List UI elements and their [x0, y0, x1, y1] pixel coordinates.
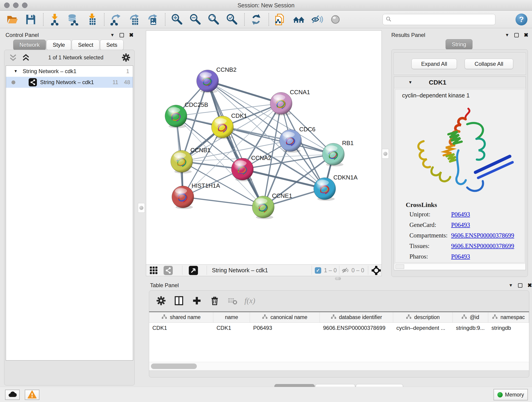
node-RB1[interactable] — [322, 143, 344, 166]
crosslink-link[interactable]: P06493 — [451, 221, 470, 229]
node-CCNA1[interactable] — [270, 92, 292, 115]
node-CDC6[interactable] — [279, 129, 302, 153]
node-label-RB1: RB1 — [342, 140, 354, 147]
table-panel-collapse-icon[interactable]: ▼ — [509, 283, 513, 288]
table-cell[interactable]: stringdb:9... — [453, 323, 488, 333]
control-panel-close-icon[interactable]: ✖ — [129, 32, 133, 38]
expand-all-button[interactable]: Expand All — [412, 59, 457, 69]
share-document-icon[interactable] — [274, 13, 287, 26]
sphere-icon[interactable] — [329, 13, 342, 26]
tree-expand-icon[interactable]: ▼ — [14, 69, 18, 74]
results-panel-collapse-icon[interactable]: ▼ — [505, 32, 509, 38]
collapse-all-button[interactable]: Collapse All — [465, 59, 513, 69]
zoom-selected-icon[interactable] — [225, 13, 238, 26]
node-CCNB1[interactable] — [171, 150, 193, 173]
warnings-button[interactable] — [25, 390, 39, 400]
selected-checkbox[interactable]: ✓ — [315, 267, 321, 274]
node-CDK1[interactable] — [211, 116, 234, 139]
control-panel-float-icon[interactable] — [120, 33, 124, 37]
table-cell[interactable]: cyclin–dependent ... — [393, 323, 453, 333]
export-image-icon[interactable] — [146, 13, 159, 26]
right-splitter-handle[interactable] — [382, 149, 389, 159]
column-header-name[interactable]: name — [213, 312, 250, 322]
results-scrollbar-thumb[interactable] — [395, 264, 404, 269]
column-tree-icon — [462, 314, 467, 321]
import-network-database-icon[interactable] — [67, 13, 80, 26]
string-homes-icon[interactable] — [292, 13, 305, 26]
column-header-canonical-name[interactable]: canonical name — [250, 312, 320, 322]
edge-CCNB2-CCNA1[interactable] — [208, 81, 281, 103]
table-panel-close-icon[interactable]: ✖ — [527, 282, 532, 288]
table-cell[interactable]: CDK1 — [149, 323, 213, 333]
footer-share-icon[interactable] — [164, 266, 173, 276]
zoom-fit-icon[interactable] — [207, 13, 220, 26]
gene-entry-header[interactable]: ▼ CDK1 — [394, 77, 526, 88]
table-cell[interactable]: P06493 — [250, 323, 320, 333]
column-header-database-identifier[interactable]: database identifier — [320, 312, 393, 322]
tab-network[interactable]: Network — [13, 40, 46, 50]
birdseye-view-icon[interactable] — [189, 266, 198, 276]
grid-view-icon[interactable] — [149, 266, 158, 276]
network-row-selected[interactable]: String Network – cdk1 11 48 — [6, 77, 133, 88]
hide-annotations-icon[interactable] — [311, 13, 323, 26]
table-hscrollbar-thumb[interactable] — [151, 364, 197, 369]
crosslink-link[interactable]: P06493 — [451, 253, 470, 260]
add-column-icon[interactable] — [191, 295, 203, 307]
node-CCNE1[interactable] — [252, 196, 274, 219]
network-label: String Network – cdk1 — [40, 79, 94, 85]
results-panel-close-icon[interactable]: ✖ — [524, 32, 528, 38]
table-settings-gear-icon[interactable] — [155, 295, 167, 307]
column-header-@id[interactable]: @id — [453, 312, 488, 322]
left-splitter-handle[interactable] — [138, 203, 145, 213]
tab-style[interactable]: Style — [46, 40, 71, 50]
network-options-gear-icon[interactable] — [122, 53, 130, 62]
node-CDKN1A[interactable] — [314, 178, 336, 201]
tab-string[interactable]: String — [446, 39, 472, 50]
import-table-icon[interactable] — [85, 13, 98, 26]
table-hscrollbar[interactable] — [149, 362, 529, 370]
entry-collapse-icon[interactable]: ▼ — [408, 80, 412, 85]
results-scrollbar[interactable] — [394, 264, 525, 269]
zoom-in-icon[interactable] — [171, 13, 183, 26]
network-view[interactable]: CCNB2CCNA1CDC25BCDK1CDC6RB1CCNB1CCNA2CDK… — [146, 31, 382, 265]
zoom-out-icon[interactable] — [189, 13, 202, 26]
node-HIST1H1A[interactable] — [172, 186, 194, 209]
refresh-icon[interactable] — [250, 13, 263, 26]
column-header-shared-name[interactable]: shared name — [149, 312, 213, 322]
cloud-button[interactable] — [5, 390, 20, 400]
network-collection-row[interactable]: ▼ String Network – cdk1 1 — [6, 66, 133, 77]
edge-HIST1H1A-CCNE1[interactable] — [183, 197, 263, 207]
results-panel-float-icon[interactable] — [514, 33, 519, 37]
network-canvas[interactable]: CCNB2CCNA1CDC25BCDK1CDC6RB1CCNB1CCNA2CDK… — [146, 31, 381, 264]
node-CDC25B[interactable] — [165, 105, 187, 128]
table-row[interactable]: CDK1CDK1P064939606.ENSP00000378699cyclin… — [149, 323, 529, 333]
node-label-CDKN1A: CDKN1A — [333, 174, 358, 181]
delete-column-icon[interactable] — [209, 295, 221, 307]
control-panel-collapse-icon[interactable]: ▼ — [110, 32, 114, 38]
memory-button[interactable]: Memory — [494, 389, 528, 400]
help-button[interactable]: ? — [515, 13, 527, 26]
import-network-icon[interactable] — [49, 13, 61, 26]
crosslink-link[interactable]: P06493 — [451, 211, 470, 218]
search-input[interactable] — [393, 15, 495, 24]
save-session-icon[interactable] — [24, 13, 37, 26]
collapse-all-chevron-icon[interactable] — [9, 54, 17, 61]
table-cell[interactable]: stringdb — [488, 323, 529, 333]
column-header-namespac[interactable]: namespac — [488, 312, 529, 322]
table-panel-float-icon[interactable] — [518, 283, 522, 288]
crosslink-link[interactable]: 9606.ENSP00000378699 — [451, 242, 514, 249]
hidden-eye-icon[interactable] — [341, 267, 351, 275]
table-cell[interactable]: 9606.ENSP00000378699 — [320, 323, 393, 333]
export-table-icon[interactable] — [128, 13, 141, 26]
horizontal-splitter-handle[interactable] — [335, 277, 341, 280]
crosshair-icon[interactable] — [371, 265, 381, 276]
column-header-description[interactable]: description — [393, 312, 453, 322]
export-network-icon[interactable] — [109, 13, 122, 26]
table-cell[interactable]: CDK1 — [213, 323, 250, 333]
show-columns-icon[interactable] — [173, 295, 185, 307]
open-session-icon[interactable] — [6, 13, 19, 26]
tab-sets[interactable]: Sets — [100, 40, 123, 50]
expand-all-chevron-icon[interactable] — [22, 54, 30, 61]
tab-select[interactable]: Select — [72, 40, 99, 50]
crosslink-link[interactable]: 9606.ENSP00000378699 — [451, 232, 514, 239]
